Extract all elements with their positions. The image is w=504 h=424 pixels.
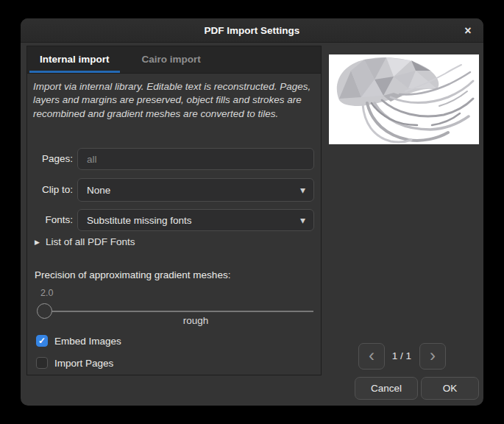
embed-images-row[interactable]: ✓ Embed Images xyxy=(36,335,121,347)
jellyfish-preview-image xyxy=(329,54,479,144)
expander-arrow-icon: ▶ xyxy=(35,239,40,246)
tab-cairo-import[interactable]: Cairo import xyxy=(129,46,213,73)
tab-bar: Internal import Cairo import xyxy=(27,46,321,74)
page-preview xyxy=(329,54,479,144)
next-page-button[interactable]: › xyxy=(419,343,446,370)
chevron-down-icon: ▾ xyxy=(300,214,305,226)
chevron-down-icon: ▾ xyxy=(300,184,305,196)
close-icon[interactable]: × xyxy=(458,21,478,40)
precision-label: Precision of approximating gradient mesh… xyxy=(35,269,230,280)
pdf-font-list-expander[interactable]: ▶ List of all PDF Fonts xyxy=(35,236,135,247)
ok-button[interactable]: OK xyxy=(421,377,479,400)
import-description: Import via internal library. Editable te… xyxy=(33,80,315,121)
cancel-button[interactable]: Cancel xyxy=(355,377,418,400)
expander-label: List of all PDF Fonts xyxy=(46,236,135,247)
import-pages-label: Import Pages xyxy=(54,358,113,369)
clip-to-dropdown[interactable]: None ▾ xyxy=(77,178,314,202)
pages-input[interactable] xyxy=(77,148,314,170)
tab-internal-import[interactable]: Internal import xyxy=(27,46,122,73)
embed-images-checkbox[interactable]: ✓ xyxy=(36,335,48,347)
titlebar[interactable]: PDF Import Settings × xyxy=(21,18,483,43)
chevron-right-icon: › xyxy=(430,345,436,365)
precision-slider-track[interactable] xyxy=(44,311,313,312)
embed-images-label: Embed Images xyxy=(54,336,121,347)
import-pages-checkbox[interactable] xyxy=(36,357,48,369)
import-options-panel: Internal import Cairo import Import via … xyxy=(26,46,322,375)
fonts-label: Fonts: xyxy=(27,214,73,225)
slider-mark-rough: rough xyxy=(166,315,225,326)
clip-to-selected-value: None xyxy=(87,185,110,196)
precision-value: 2.0 xyxy=(40,288,53,298)
fonts-dropdown[interactable]: Substitute missing fonts ▾ xyxy=(77,209,314,231)
fonts-selected-value: Substitute missing fonts xyxy=(87,215,192,226)
clip-to-label: Clip to: xyxy=(27,184,73,195)
chevron-left-icon: ‹ xyxy=(369,345,375,365)
check-icon: ✓ xyxy=(38,336,46,345)
dialog-title: PDF Import Settings xyxy=(21,18,483,43)
precision-slider-handle[interactable] xyxy=(37,303,52,319)
page-indicator: 1 / 1 xyxy=(380,349,424,364)
import-pages-row[interactable]: Import Pages xyxy=(36,357,113,369)
pdf-import-settings-dialog: PDF Import Settings × Internal import Ca… xyxy=(21,18,483,406)
pages-label: Pages: xyxy=(27,153,73,164)
